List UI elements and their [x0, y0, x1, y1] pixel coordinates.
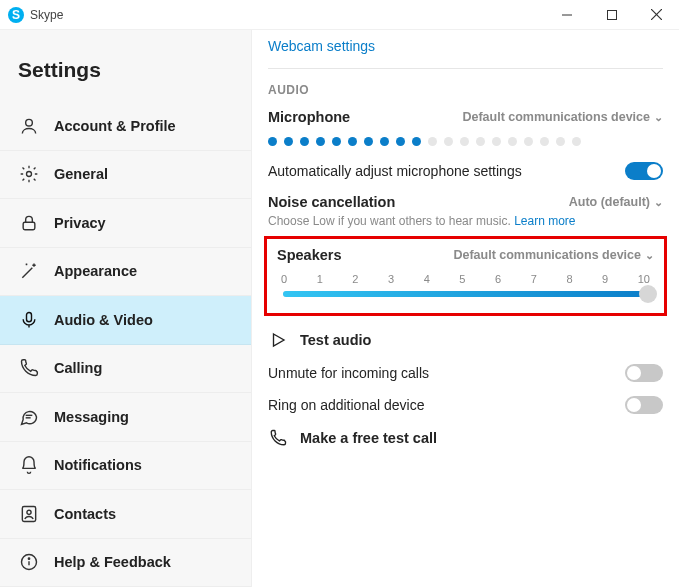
sidebar-item-notifications[interactable]: Notifications [0, 442, 251, 491]
skype-logo-icon: S [8, 7, 24, 23]
level-dot [316, 137, 325, 146]
microphone-icon [18, 309, 40, 331]
level-dot [524, 137, 533, 146]
level-dot [396, 137, 405, 146]
level-dot [348, 137, 357, 146]
microphone-device-label: Default communications device [462, 110, 650, 124]
chevron-down-icon: ⌄ [654, 111, 663, 124]
slider-tick: 1 [317, 273, 323, 285]
sidebar-item-appearance[interactable]: Appearance [0, 248, 251, 297]
svg-rect-1 [607, 10, 616, 19]
play-icon [268, 330, 288, 350]
level-dot [540, 137, 549, 146]
slider-tick: 9 [602, 273, 608, 285]
sidebar-item-help-feedback[interactable]: Help & Feedback [0, 539, 251, 588]
window-minimize-button[interactable] [544, 0, 589, 30]
gear-icon [18, 163, 40, 185]
learn-more-link[interactable]: Learn more [514, 214, 575, 228]
audio-section-label: AUDIO [268, 83, 663, 97]
window-title: Skype [30, 8, 63, 22]
sidebar-item-label: General [54, 166, 108, 182]
level-dot [460, 137, 469, 146]
chevron-down-icon: ⌄ [645, 249, 654, 262]
maximize-icon [607, 10, 617, 20]
slider-tick: 6 [495, 273, 501, 285]
test-audio-label: Test audio [300, 332, 371, 348]
microphone-level-meter [268, 137, 663, 146]
phone-icon [18, 357, 40, 379]
noise-cancellation-value: Auto (default) [569, 195, 650, 209]
speakers-device-select[interactable]: Default communications device ⌄ [453, 248, 654, 262]
svg-marker-15 [274, 334, 285, 346]
slider-tick: 5 [459, 273, 465, 285]
speakers-device-label: Default communications device [453, 248, 641, 262]
slider-tick: 2 [352, 273, 358, 285]
sidebar-item-contacts[interactable]: Contacts [0, 490, 251, 539]
free-test-call-button[interactable]: Make a free test call [268, 428, 663, 448]
info-icon [18, 551, 40, 573]
level-dot [300, 137, 309, 146]
level-dot [476, 137, 485, 146]
level-dot [572, 137, 581, 146]
microphone-device-select[interactable]: Default communications device ⌄ [462, 110, 663, 124]
ring-additional-label: Ring on additional device [268, 397, 424, 413]
sidebar-item-label: Help & Feedback [54, 554, 171, 570]
level-dot [508, 137, 517, 146]
sidebar-item-audio-video[interactable]: Audio & Video [0, 296, 251, 345]
svg-point-11 [27, 510, 31, 514]
window-maximize-button[interactable] [589, 0, 634, 30]
phone-icon [268, 428, 288, 448]
noise-cancellation-subtext-text: Choose Low if you want others to hear mu… [268, 214, 511, 228]
bell-icon [18, 454, 40, 476]
noise-cancellation-heading: Noise cancellation [268, 194, 395, 210]
level-dot [284, 137, 293, 146]
auto-adjust-mic-label: Automatically adjust microphone settings [268, 163, 522, 179]
slider-thumb[interactable] [639, 285, 657, 303]
level-dot [412, 137, 421, 146]
message-icon [18, 406, 40, 428]
sidebar-item-privacy[interactable]: Privacy [0, 199, 251, 248]
sidebar-item-label: Privacy [54, 215, 106, 231]
ring-additional-toggle[interactable] [625, 396, 663, 414]
webcam-settings-link[interactable]: Webcam settings [268, 38, 663, 54]
svg-point-4 [26, 119, 33, 126]
window-close-button[interactable] [634, 0, 679, 30]
sidebar-item-messaging[interactable]: Messaging [0, 393, 251, 442]
unmute-incoming-label: Unmute for incoming calls [268, 365, 429, 381]
auto-adjust-mic-toggle[interactable] [625, 162, 663, 180]
sidebar-item-account-profile[interactable]: Account & Profile [0, 102, 251, 151]
sidebar-item-label: Audio & Video [54, 312, 153, 328]
level-dot [380, 137, 389, 146]
speakers-volume-slider[interactable]: 012345678910 [277, 273, 654, 297]
sidebar-item-calling[interactable]: Calling [0, 345, 251, 394]
sidebar-item-general[interactable]: General [0, 151, 251, 200]
page-title: Settings [0, 40, 251, 102]
level-dot [444, 137, 453, 146]
slider-tick: 0 [281, 273, 287, 285]
sidebar-item-label: Contacts [54, 506, 116, 522]
slider-tick: 7 [531, 273, 537, 285]
test-audio-button[interactable]: Test audio [268, 330, 663, 350]
titlebar: S Skype [0, 0, 679, 30]
svg-point-14 [28, 558, 29, 559]
level-dot [556, 137, 565, 146]
noise-cancellation-select[interactable]: Auto (default) ⌄ [569, 195, 663, 209]
slider-tick: 8 [566, 273, 572, 285]
free-test-call-label: Make a free test call [300, 430, 437, 446]
close-icon [651, 9, 662, 20]
noise-cancellation-subtext: Choose Low if you want others to hear mu… [268, 214, 663, 228]
level-dot [428, 137, 437, 146]
minimize-icon [562, 10, 572, 20]
contacts-icon [18, 503, 40, 525]
sidebar-item-label: Account & Profile [54, 118, 176, 134]
svg-rect-6 [23, 222, 35, 230]
sidebar-item-label: Appearance [54, 263, 137, 279]
slider-tick: 4 [424, 273, 430, 285]
level-dot [492, 137, 501, 146]
microphone-heading: Microphone [268, 109, 350, 125]
speakers-heading: Speakers [277, 247, 342, 263]
unmute-incoming-toggle[interactable] [625, 364, 663, 382]
slider-tick: 10 [638, 273, 650, 285]
level-dot [364, 137, 373, 146]
settings-sidebar: Settings Account & Profile General Priva… [0, 30, 252, 587]
